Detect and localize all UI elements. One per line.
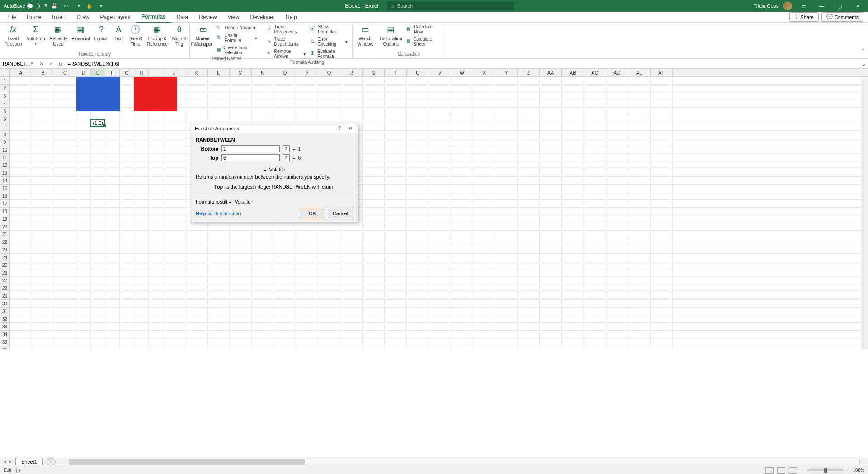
tab-formulas[interactable]: Formulas <box>136 12 171 23</box>
col-header-X[interactable]: X <box>473 69 495 76</box>
select-all-corner[interactable] <box>0 69 10 76</box>
ribbon-collapse-button[interactable]: ˄ <box>859 23 868 58</box>
row-header-13[interactable]: 13 <box>0 169 10 177</box>
recently-used-button[interactable]: ▦Recently Used <box>48 24 69 48</box>
col-header-AB[interactable]: AB <box>562 69 584 76</box>
col-header-L[interactable]: L <box>208 69 230 76</box>
tab-data[interactable]: Data <box>171 12 193 22</box>
col-header-AC[interactable]: AC <box>584 69 606 76</box>
tab-insert[interactable]: Insert <box>47 12 71 22</box>
sheet-tab-1[interactable]: Sheet1 <box>15 458 43 465</box>
row-header-4[interactable]: 4 <box>0 100 10 108</box>
tab-page-layout[interactable]: Page Layout <box>94 12 136 22</box>
zoom-slider[interactable] <box>807 469 843 471</box>
tab-draw[interactable]: Draw <box>71 12 94 22</box>
col-header-D[interactable]: D <box>76 69 91 76</box>
dialog-title-bar[interactable]: Function Arguments ? ✕ <box>191 123 358 133</box>
sheet-nav-next-icon[interactable]: ▸ <box>9 459 12 465</box>
tab-review[interactable]: Review <box>193 12 222 22</box>
row-header-31[interactable]: 31 <box>0 308 10 315</box>
col-header-H[interactable]: H <box>134 69 149 76</box>
row-header-26[interactable]: 26 <box>0 269 10 277</box>
row-header-6[interactable]: 6 <box>0 115 10 123</box>
col-header-Z[interactable]: Z <box>518 69 540 76</box>
sheet-nav-prev-icon[interactable]: ◂ <box>4 459 6 465</box>
col-header-U[interactable]: U <box>407 69 429 76</box>
calculate-sheet-button[interactable]: ▦Calculate Sheet <box>405 36 440 47</box>
col-header-F[interactable]: F <box>105 69 120 76</box>
col-header-Q[interactable]: Q <box>318 69 340 76</box>
define-name-button[interactable]: ◇Define Name ▾ <box>215 24 259 32</box>
add-sheet-button[interactable]: + <box>47 458 56 465</box>
col-header-A[interactable]: A <box>10 69 32 76</box>
col-header-AD[interactable]: AD <box>606 69 628 76</box>
user-name[interactable]: Tricia Goss <box>754 3 778 9</box>
arg-bottom-collapse-icon[interactable]: ↥ <box>283 145 290 152</box>
col-header-AE[interactable]: AE <box>628 69 651 76</box>
normal-view-icon[interactable] <box>765 467 774 474</box>
close-icon[interactable]: ✕ <box>851 1 864 10</box>
search-box[interactable]: ⌕ Search <box>387 1 514 10</box>
cells-area[interactable]: (1,6) <box>10 77 868 349</box>
insert-function-button[interactable]: fxInsert Function <box>3 24 24 48</box>
create-from-selection-button[interactable]: ▦Create from Selection <box>215 44 259 56</box>
row-header-9[interactable]: 9 <box>0 138 10 146</box>
text-button[interactable]: AText <box>111 24 126 43</box>
col-header-I[interactable]: I <box>149 69 163 76</box>
comments-button[interactable]: 💬Comments <box>821 12 863 22</box>
row-header-19[interactable]: 19 <box>0 215 10 223</box>
row-header-18[interactable]: 18 <box>0 208 10 215</box>
autosave-toggle[interactable]: AutoSave Off <box>4 3 47 9</box>
arg-bottom-input[interactable] <box>221 145 280 152</box>
name-box-dropdown-icon[interactable]: ▼ <box>30 62 34 66</box>
col-header-N[interactable]: N <box>252 69 274 76</box>
row-header-10[interactable]: 10 <box>0 146 10 154</box>
row-header-30[interactable]: 30 <box>0 300 10 308</box>
autosum-button[interactable]: ΣAutoSum▾ <box>24 24 47 47</box>
formula-bar-expand-icon[interactable]: ⌄ <box>859 59 868 68</box>
col-header-W[interactable]: W <box>451 69 473 76</box>
calculation-options-button[interactable]: ▤Calculation Options <box>378 24 404 48</box>
evaluate-formula-button[interactable]: ⦿Evaluate Formula <box>308 48 349 60</box>
col-header-B[interactable]: B <box>32 69 54 76</box>
fx-icon[interactable]: fx <box>57 61 65 66</box>
row-header-16[interactable]: 16 <box>0 192 10 200</box>
horizontal-scrollbar[interactable] <box>69 459 860 465</box>
row-header-8[interactable]: 8 <box>0 131 10 138</box>
zoom-out-icon[interactable]: − <box>801 468 803 473</box>
show-formulas-button[interactable]: fxShow Formulas <box>308 24 349 35</box>
watch-window-button[interactable]: ▭Watch Window <box>355 24 375 48</box>
tab-file[interactable]: File <box>2 12 21 22</box>
row-header-22[interactable]: 22 <box>0 238 10 246</box>
date-time-button[interactable]: 🕐Date & Time <box>127 24 144 48</box>
col-header-T[interactable]: T <box>385 69 407 76</box>
undo-icon[interactable]: ↶ <box>61 1 71 10</box>
trace-precedents-button[interactable]: ↗Trace Precedents <box>265 24 307 35</box>
cancel-button[interactable]: Cancel <box>328 209 353 218</box>
tab-help[interactable]: Help <box>280 12 302 22</box>
cancel-formula-icon[interactable]: ✕ <box>37 61 45 66</box>
lookup-button[interactable]: ▦Lookup & Reference <box>145 24 170 48</box>
name-manager-button[interactable]: ▭Name Manager <box>193 24 214 48</box>
save-icon[interactable]: 💾 <box>50 1 59 10</box>
row-header-35[interactable]: 35 <box>0 338 10 346</box>
row-header-27[interactable]: 27 <box>0 277 10 284</box>
row-header-34[interactable]: 34 <box>0 331 10 338</box>
col-header-V[interactable]: V <box>429 69 451 76</box>
tab-view[interactable]: View <box>222 12 245 22</box>
error-checking-button[interactable]: ⚠Error Checking ▾ <box>308 36 349 47</box>
help-link[interactable]: Help on this function <box>196 211 297 216</box>
active-cell[interactable]: (1,6) <box>90 119 105 127</box>
enter-formula-icon[interactable]: ✓ <box>47 61 55 66</box>
toggle-pill[interactable] <box>27 3 40 9</box>
col-header-P[interactable]: P <box>296 69 318 76</box>
arg-top-collapse-icon[interactable]: ↥ <box>283 154 290 161</box>
minimize-icon[interactable]: — <box>815 1 828 10</box>
tab-home[interactable]: Home <box>21 12 47 22</box>
col-header-E[interactable]: E <box>91 69 105 76</box>
maximize-icon[interactable]: ▢ <box>833 1 846 10</box>
qat-customize-icon[interactable]: ▾ <box>97 1 106 10</box>
col-header-S[interactable]: S <box>363 69 385 76</box>
math-trig-button[interactable]: θMath & Trig <box>170 24 189 48</box>
arg-top-input[interactable] <box>221 154 280 161</box>
